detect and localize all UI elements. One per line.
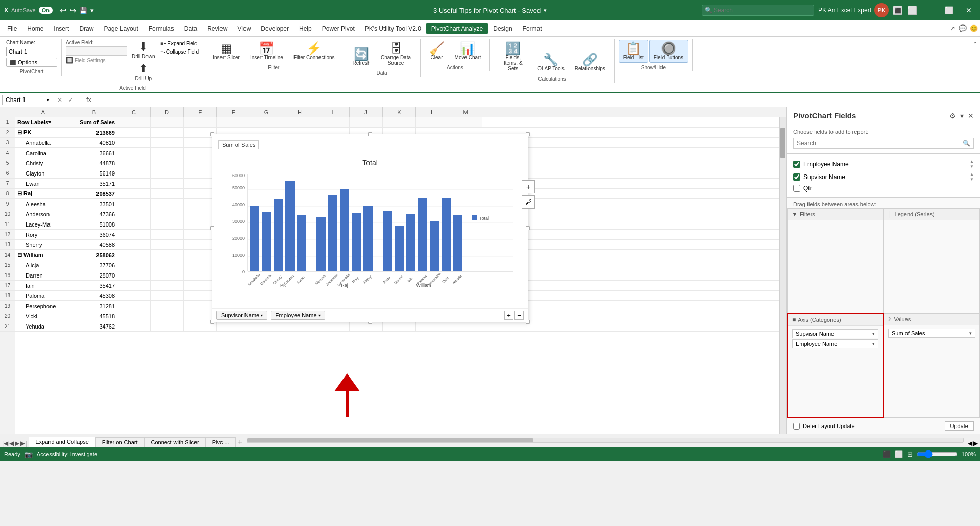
axis-zone-item-employee[interactable]: Employee Name ▾: [792, 339, 878, 348]
panel-settings-icon[interactable]: ⚙: [949, 112, 956, 120]
redo-icon[interactable]: ↪: [69, 6, 76, 15]
scrollbar-thumb[interactable]: [780, 128, 785, 158]
clear-button[interactable]: 🧹 Clear: [425, 40, 449, 63]
status-icon-camera[interactable]: 📷: [24, 450, 33, 458]
undo-icon[interactable]: ↩: [60, 6, 66, 15]
menu-view[interactable]: View: [233, 23, 256, 34]
cell-c2[interactable]: [117, 128, 151, 137]
tab-nav-next[interactable]: ▶: [15, 440, 19, 447]
col-header-f[interactable]: F: [217, 107, 250, 117]
field-list-button[interactable]: 📋 Field List: [619, 40, 648, 63]
collapse-field-btn[interactable]: ≡- Collapse Field: [160, 48, 200, 56]
field-settings-label[interactable]: Field Settings: [75, 58, 106, 63]
cell-a5[interactable]: Christy: [15, 158, 71, 168]
menu-insert[interactable]: Insert: [48, 23, 74, 34]
view-page-break-icon[interactable]: ⊞: [907, 450, 913, 458]
cell-d2[interactable]: [151, 128, 184, 137]
menu-data[interactable]: Data: [179, 23, 202, 34]
menu-design[interactable]: Design: [488, 23, 517, 34]
employee-scroll-down[interactable]: ▼: [970, 164, 974, 169]
menu-help[interactable]: Help: [294, 23, 317, 34]
drill-down-button[interactable]: ⬇ Drill Down: [130, 40, 157, 61]
legend-zone-content[interactable]: [884, 220, 979, 313]
field-buttons-button[interactable]: 🔘 Field Buttons: [649, 40, 688, 63]
emoji-icon[interactable]: 😊: [970, 24, 978, 32]
menu-developer[interactable]: Developer: [256, 23, 294, 34]
chart-collapse-btn[interactable]: −: [514, 311, 524, 320]
filters-zone-content[interactable]: [788, 220, 883, 313]
menu-utility-tool[interactable]: PK's Utility Tool V2.0: [360, 23, 426, 34]
col-header-d[interactable]: D: [151, 107, 184, 117]
drill-up-button[interactable]: ⬆ Drill Up: [130, 62, 157, 83]
change-data-source-button[interactable]: 🗄 Change Data Source: [376, 40, 416, 68]
relationships-button[interactable]: 🔗 Relationships: [570, 51, 610, 74]
col-header-i[interactable]: I: [316, 107, 350, 117]
restore-button[interactable]: ⬜: [941, 4, 958, 16]
resize-handle-tl[interactable]: [210, 132, 214, 136]
cell-a6[interactable]: Clayton: [15, 168, 71, 178]
col-header-k[interactable]: K: [383, 107, 416, 117]
cancel-formula-icon[interactable]: ✕: [55, 96, 64, 104]
active-field-input[interactable]: [66, 46, 127, 56]
menu-review[interactable]: Review: [202, 23, 232, 34]
qtr-checkbox[interactable]: [793, 185, 800, 192]
cell-j1[interactable]: [350, 117, 383, 127]
cell-a8[interactable]: ⊟ Raj: [15, 189, 71, 198]
horizontal-scrollbar[interactable]: [247, 438, 964, 443]
col-header-e[interactable]: E: [184, 107, 217, 117]
vertical-scrollbar[interactable]: [779, 117, 786, 434]
supervisor-name-checkbox[interactable]: [793, 173, 800, 181]
menu-draw[interactable]: Draw: [74, 23, 99, 34]
values-sum-dropdown[interactable]: ▾: [969, 331, 972, 336]
formula-input[interactable]: [95, 96, 978, 104]
cell-a7[interactable]: Ewan: [15, 179, 71, 188]
chart-styles-button[interactable]: 🖌: [522, 195, 535, 209]
panel-close-icon[interactable]: ✕: [968, 112, 974, 120]
employee-name-checkbox[interactable]: [793, 161, 800, 168]
chart-name-input[interactable]: [6, 47, 57, 56]
tab-nav-first[interactable]: |◀: [2, 440, 8, 447]
panel-search-input[interactable]: [797, 140, 963, 147]
cell-l1[interactable]: [416, 117, 449, 127]
cell-a4[interactable]: Carolina: [15, 148, 71, 158]
cell-b8[interactable]: 208537: [71, 189, 117, 198]
menu-power-pivot[interactable]: Power Pivot: [317, 23, 360, 34]
resize-handle-mr[interactable]: [526, 226, 530, 230]
axis-employee-dropdown[interactable]: ▾: [872, 341, 875, 346]
table-row[interactable]: Yehuda 34762: [15, 321, 786, 332]
olap-tools-button[interactable]: 🔧 OLAP Tools: [533, 51, 569, 74]
options-button[interactable]: ⬛ Options: [6, 58, 57, 67]
scroll-left-icon[interactable]: ◀: [968, 440, 972, 447]
sheet-tab-connect-slicer[interactable]: Connect with Slicer: [144, 437, 206, 447]
values-zone-item-sum[interactable]: Sum of Sales ▾: [888, 329, 975, 338]
popout-icon[interactable]: ↗: [950, 24, 955, 32]
supervisor-scroll-up[interactable]: ▲: [970, 172, 974, 177]
cell-b6[interactable]: 56149: [71, 168, 117, 178]
move-chart-button[interactable]: 📊 Move Chart: [450, 40, 486, 63]
cell-b5[interactable]: 44878: [71, 158, 117, 168]
name-box[interactable]: Chart 1 ▾: [2, 95, 53, 105]
name-box-dropdown-icon[interactable]: ▾: [47, 97, 50, 103]
resize-handle-ml[interactable]: [210, 226, 214, 230]
menu-page-layout[interactable]: Page Layout: [99, 23, 143, 34]
menu-home[interactable]: Home: [22, 23, 48, 34]
view-page-layout-icon[interactable]: ⬜: [895, 450, 903, 458]
cell-c3[interactable]: [117, 138, 151, 147]
cell-a3[interactable]: Annabella: [15, 138, 71, 147]
view-normal-icon[interactable]: ⬛: [883, 450, 891, 458]
cell-a2[interactable]: ⊟ PK: [15, 128, 71, 137]
autosave-toggle[interactable]: On: [39, 7, 53, 14]
resize-handle-tr[interactable]: [526, 132, 530, 136]
col-header-l[interactable]: L: [416, 107, 449, 117]
col-header-h[interactable]: H: [283, 107, 316, 117]
col-header-m[interactable]: M: [449, 107, 482, 117]
cell-a1[interactable]: Row Labels ▾: [15, 117, 71, 127]
insert-timeline-button[interactable]: 📅 Insert Timeline: [246, 40, 288, 63]
cell-h1[interactable]: [283, 117, 316, 127]
col-header-c[interactable]: C: [117, 107, 151, 117]
cell-e1[interactable]: [184, 117, 217, 127]
cell-i1[interactable]: [316, 117, 350, 127]
defer-layout-checkbox[interactable]: [793, 423, 800, 430]
tab-nav-last[interactable]: ▶|: [20, 440, 27, 447]
axis-zone-item-supervisor[interactable]: Supvisor Name ▾: [792, 329, 878, 338]
